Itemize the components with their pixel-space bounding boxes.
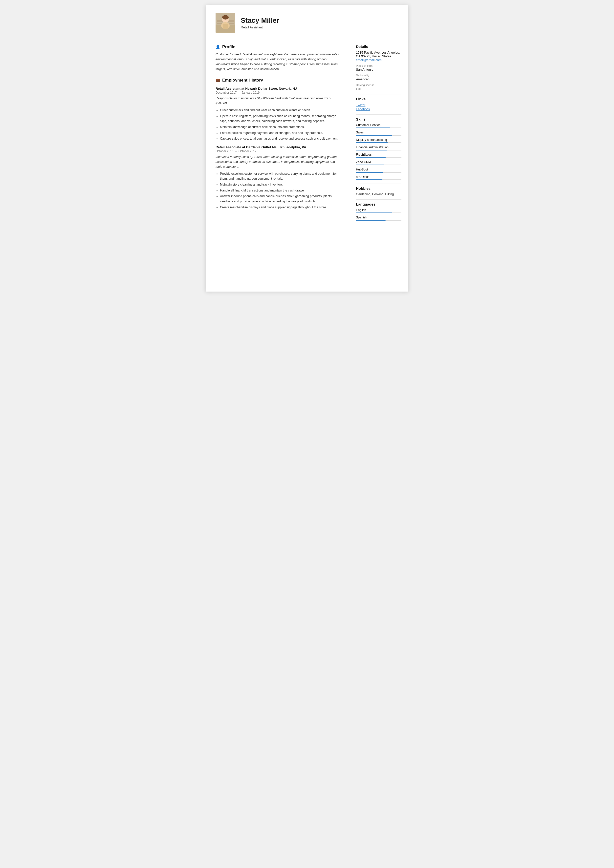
skill-item: FreshSales <box>356 153 401 158</box>
skill-bar-fill <box>356 150 387 150</box>
languages-title: Languages <box>356 202 401 206</box>
lang-bar-bg <box>356 220 401 221</box>
skill-bar-bg <box>356 127 401 128</box>
bullet-item: Enforce policies regarding payment and e… <box>220 130 340 136</box>
driving-license-label: Driving license <box>356 84 401 87</box>
skill-bar-fill <box>356 164 384 165</box>
skill-bar-fill <box>356 142 388 143</box>
profile-text: Customer focused Retail Assistant with e… <box>216 52 340 72</box>
lang-bar-fill <box>356 220 385 221</box>
lang-bar-fill <box>356 212 392 213</box>
lang-bar-bg <box>356 212 401 213</box>
facebook-link[interactable]: Facebook <box>356 107 401 111</box>
skill-bar-fill <box>356 172 383 173</box>
employment-icon: 💼 <box>216 78 220 82</box>
skill-bar-bg <box>356 172 401 173</box>
employment-section-title: 💼 Employment History <box>216 78 340 83</box>
twitter-link[interactable]: Twitter <box>356 103 401 107</box>
right-column: Details 1515 Pacific Ave, Los Angeles, C… <box>349 39 408 291</box>
skill-bar-fill <box>356 157 385 158</box>
skill-bar-fill <box>356 179 382 180</box>
svg-rect-7 <box>223 24 228 29</box>
bullet-item: Maintain knowledge of current sale disco… <box>220 124 340 130</box>
job-title-2: Retail Associate at Gardenia Outlet Mall… <box>216 145 340 149</box>
lang-item: English <box>356 208 401 213</box>
skills-section: Skills Customer Service Sales Display Me… <box>356 117 401 180</box>
bullet-item: Answer inbound phone calls and handle qu… <box>220 194 340 204</box>
details-section: Details 1515 Pacific Ave, Los Angeles, C… <box>356 45 401 91</box>
resume-page: Stacy Miller Retail Assistant 👤 Profile … <box>206 5 408 291</box>
skill-bar-bg <box>356 179 401 180</box>
job-summary-1: Responsible for maintaining a $1,000 cas… <box>216 96 340 106</box>
links-title: Links <box>356 97 401 101</box>
skill-item: Customer Service <box>356 123 401 128</box>
skills-title: Skills <box>356 117 401 121</box>
place-of-birth-label: Place of birth <box>356 64 401 67</box>
bullet-item: Provide excellent customer service with … <box>220 171 340 181</box>
skill-item: MS Office <box>356 175 401 180</box>
bullet-item: Operate cash registers, performing tasks… <box>220 114 340 124</box>
skill-item: Zoho CRM <box>356 160 401 165</box>
links-section: Links Twitter Facebook <box>356 97 401 111</box>
bullet-item: Maintain store cleanliness and track inv… <box>220 182 340 187</box>
skill-bar-fill <box>356 127 390 128</box>
bullet-item: Handle all financial transactions and ma… <box>220 188 340 193</box>
job-item: Retail Assistant at Newark Dollar Store,… <box>216 87 340 141</box>
skill-bar-bg <box>356 142 401 143</box>
skill-item: Display Merchandising <box>356 138 401 143</box>
profile-icon: 👤 <box>216 45 220 49</box>
skill-bar-bg <box>356 164 401 165</box>
bullet-item: Create merchandise displays and place su… <box>220 205 340 210</box>
bullet-item: Capture sales prices, total purchases an… <box>220 136 340 141</box>
svg-point-5 <box>222 15 229 20</box>
job-bullets-1: Greet customers and find out what each c… <box>216 108 340 141</box>
header: Stacy Miller Retail Assistant <box>206 5 408 39</box>
job-dates-1: December 2017 – January 2019 <box>216 91 340 95</box>
job-item: Retail Associate at Gardenia Outlet Mall… <box>216 145 340 210</box>
skill-bar-bg <box>356 135 401 136</box>
main-layout: 👤 Profile Customer focused Retail Assist… <box>206 39 408 291</box>
skill-item: HubSpot <box>356 168 401 173</box>
lang-item: Spanish <box>356 216 401 221</box>
profile-section: 👤 Profile Customer focused Retail Assist… <box>216 45 340 72</box>
details-title: Details <box>356 45 401 49</box>
place-of-birth: San Antonio <box>356 68 401 71</box>
hobbies-title: Hobbies <box>356 186 401 191</box>
job-summary-2: Increased monthly sales by 100%, after f… <box>216 154 340 169</box>
email[interactable]: email@email.com <box>356 58 401 62</box>
hobbies-section: Hobbies Gardening, Cooking, Hiking <box>356 186 401 196</box>
nationality: American <box>356 78 401 81</box>
job-dates-2: October 2016 – October 2017 <box>216 149 340 153</box>
candidate-name: Stacy Miller <box>241 16 279 25</box>
job-bullets-2: Provide excellent customer service with … <box>216 171 340 210</box>
job-title-1: Retail Assistant at Newark Dollar Store,… <box>216 87 340 90</box>
address: 1515 Pacific Ave, Los Angeles, CA 90291,… <box>356 51 401 58</box>
bullet-item: Greet customers and find out what each c… <box>220 108 340 113</box>
languages-section: Languages English Spanish <box>356 202 401 221</box>
profile-section-title: 👤 Profile <box>216 45 340 50</box>
skill-bar-bg <box>356 150 401 150</box>
nationality-label: Nationality <box>356 74 401 77</box>
left-column: 👤 Profile Customer focused Retail Assist… <box>206 39 349 291</box>
header-info: Stacy Miller Retail Assistant <box>241 16 279 29</box>
skill-item: Financial Administration <box>356 146 401 150</box>
skill-bar-fill <box>356 135 392 136</box>
hobbies-text: Gardening, Cooking, Hiking <box>356 192 401 196</box>
candidate-subtitle: Retail Assistant <box>241 25 279 29</box>
employment-section: 💼 Employment History Retail Assistant at… <box>216 78 340 210</box>
driving-license: Full <box>356 87 401 91</box>
profile-photo <box>216 13 235 33</box>
skill-item: Sales <box>356 131 401 136</box>
skill-bar-bg <box>356 157 401 158</box>
